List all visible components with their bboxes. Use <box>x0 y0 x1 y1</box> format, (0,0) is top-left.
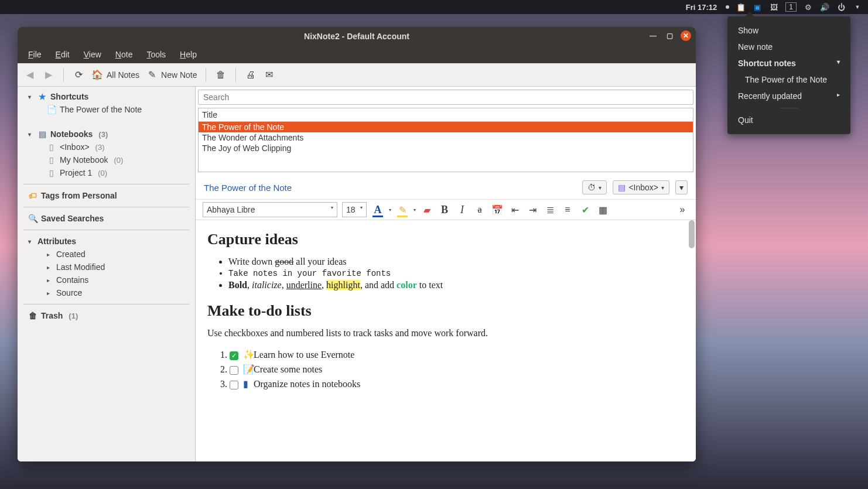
notebooks-label: Notebooks <box>50 129 93 139</box>
checkbox-icon[interactable] <box>230 381 238 389</box>
menu-help[interactable]: Help <box>174 47 203 61</box>
sidebar-shortcuts-header[interactable]: ▾ ★ Shortcuts <box>18 90 195 103</box>
sidebar-notebooks-header[interactable]: ▾ ▤ Notebooks (3) <box>18 128 195 141</box>
scrollbar-thumb[interactable] <box>689 220 695 248</box>
checkbox-icon[interactable] <box>230 366 238 375</box>
sidebar-notebook-my[interactable]: ▯ My Notebook (0) <box>18 153 195 166</box>
all-notes-button[interactable]: 🏠All Notes <box>91 69 139 81</box>
email-button[interactable]: ✉ <box>263 69 276 81</box>
power-tray-icon[interactable]: ⏻ <box>836 2 846 12</box>
sidebar-tags-header[interactable]: 🏷 Tags from Personal <box>18 189 195 202</box>
indent-button[interactable]: ⇥ <box>526 203 539 216</box>
chevron-down-icon: ▾ <box>389 207 391 213</box>
menu-note[interactable]: Note <box>110 47 139 61</box>
notelist-row[interactable]: The Power of the Note <box>199 122 693 132</box>
menu-tools[interactable]: Tools <box>141 47 172 61</box>
network-tray-icon[interactable]: ⚙ <box>804 2 813 12</box>
sidebar-saved-searches-header[interactable]: 🔍 Saved Searches <box>18 212 195 225</box>
book-icon: ▮ <box>243 378 251 389</box>
tray-menu-new-note[interactable]: New note <box>727 39 850 55</box>
sidebar-notebook-project[interactable]: ▯ Project 1 (0) <box>18 166 195 179</box>
main-toolbar: ◀ ▶ ⟳ 🏠All Notes ✎New Note 🗑 🖨 ✉ <box>18 63 696 87</box>
home-icon: 🏠 <box>91 69 104 81</box>
reminder-button[interactable]: ⏱ ▾ <box>582 180 607 194</box>
sidebar-attr-contains[interactable]: ▸Contains <box>18 273 195 286</box>
toolbar-overflow-button[interactable]: » <box>676 203 689 216</box>
chevron-down-icon: ▾ <box>837 59 840 65</box>
tray-menu-recently-updated[interactable]: Recently updated ▸ <box>727 88 850 104</box>
sidebar-notebook-inbox[interactable]: ▯ <Inbox> (3) <box>18 141 195 153</box>
notebook-selector-label: <Inbox> <box>628 183 658 192</box>
tray-menu-show[interactable]: Show <box>727 22 850 39</box>
tray-menu-shortcut-notes[interactable]: Shortcut notes ▾ <box>727 55 850 71</box>
checkbox-icon[interactable]: ✓ <box>230 351 238 360</box>
outdent-button[interactable]: ⇤ <box>508 203 521 216</box>
window-close-button[interactable]: ✕ <box>681 30 691 41</box>
notelist-column-title[interactable]: Title <box>199 108 693 122</box>
sidebar-attr-modified[interactable]: ▸Last Modified <box>18 261 195 273</box>
notebook-icon: ▤ <box>37 129 47 139</box>
all-notes-label: All Notes <box>107 70 139 80</box>
clock-dot-icon <box>726 5 729 9</box>
chevron-down-icon: ▾ <box>661 184 664 191</box>
tray-menu-shortcut-link[interactable]: The Power of the Note <box>727 71 850 88</box>
note-editor[interactable]: Capture ideas Write down good all your i… <box>196 220 696 461</box>
editor-heading: Make to-do lists <box>207 302 684 320</box>
datetime-button[interactable]: 📅 <box>491 203 504 216</box>
dropdown-tray-icon[interactable]: ▼ <box>853 2 862 12</box>
sidebar-attributes-header[interactable]: ▾ Attributes <box>18 235 195 248</box>
tray-menu-quit[interactable]: Quit <box>727 112 850 128</box>
disclosure-triangle-icon: ▸ <box>47 251 53 258</box>
new-note-button[interactable]: ✎New Note <box>145 69 197 81</box>
notebook-selector[interactable]: ▤ <Inbox> ▾ <box>613 180 669 194</box>
note-more-button[interactable]: ▾ <box>675 180 688 194</box>
print-button[interactable]: 🖨 <box>244 69 257 81</box>
bulleted-list-button[interactable]: ≣ <box>544 203 556 216</box>
notelist-row[interactable]: The Wonder of Attachments <box>199 132 693 143</box>
volume-tray-icon[interactable]: 🔊 <box>820 2 829 12</box>
nav-forward-button[interactable]: ▶ <box>42 69 55 81</box>
search-row <box>196 87 696 108</box>
menu-file[interactable]: File <box>22 47 47 61</box>
font-family-select[interactable]: Abhaya Libre ▾ <box>203 202 337 217</box>
nav-back-button[interactable]: ◀ <box>23 69 36 81</box>
editor-ordered-item: ✓✨Learn how to use Evernote <box>230 349 684 360</box>
delete-button[interactable]: 🗑 <box>214 69 227 81</box>
toolbar-separator <box>206 68 206 82</box>
table-button[interactable]: ▦ <box>596 203 609 216</box>
clipboard-tray-icon[interactable]: 📋 <box>736 2 746 12</box>
menu-view[interactable]: View <box>78 47 107 61</box>
eraser-button[interactable]: ▰ <box>421 203 433 216</box>
numbered-list-button[interactable]: ≡ <box>561 203 574 216</box>
sync-button[interactable]: ⟳ <box>72 69 85 81</box>
font-color-button[interactable]: A <box>371 203 384 216</box>
strikethrough-button[interactable]: a <box>473 203 486 216</box>
notelist-row[interactable]: The Joy of Web Clipping <box>199 143 693 153</box>
menu-bar: File Edit View Note Tools Help <box>18 46 696 63</box>
search-input[interactable] <box>198 90 693 105</box>
note-title-input[interactable]: The Power of the Note <box>204 183 576 193</box>
pencil-icon: 📝 <box>243 364 251 375</box>
sidebar-attr-created[interactable]: ▸Created <box>18 248 195 261</box>
sidebar-attr-source[interactable]: ▸Source <box>18 286 195 299</box>
picture-tray-icon[interactable]: 🖼 <box>769 2 778 12</box>
spellcheck-button[interactable]: ✔ <box>579 203 592 216</box>
nixnote-tray-icon[interactable]: ▣ <box>753 2 762 12</box>
attr-modified-label: Last Modified <box>56 262 105 272</box>
bold-button[interactable]: B <box>438 203 451 216</box>
window-maximize-button[interactable]: ▢ <box>664 30 675 41</box>
nb2-label: Project 1 <box>60 168 92 177</box>
font-size-select[interactable]: 18 ▾ <box>342 202 367 217</box>
notebook-icon: ▯ <box>47 168 56 177</box>
highlight-button[interactable]: ✎ <box>396 203 409 216</box>
menu-edit[interactable]: Edit <box>50 47 76 61</box>
editor-list-item: Bold, italicize, underline, highlight, a… <box>228 280 684 290</box>
window-minimize-button[interactable]: — <box>648 30 658 41</box>
chevron-down-icon: ▾ <box>599 184 602 191</box>
trash-count: (1) <box>69 312 78 320</box>
sidebar-shortcut-item[interactable]: 📄 The Power of the Note <box>18 103 195 116</box>
note-icon: 📄 <box>47 105 56 114</box>
italic-button[interactable]: I <box>456 203 469 216</box>
sidebar-trash-header[interactable]: 🗑 Trash (1) <box>18 309 195 322</box>
workspace-indicator[interactable]: 1 <box>785 2 797 12</box>
